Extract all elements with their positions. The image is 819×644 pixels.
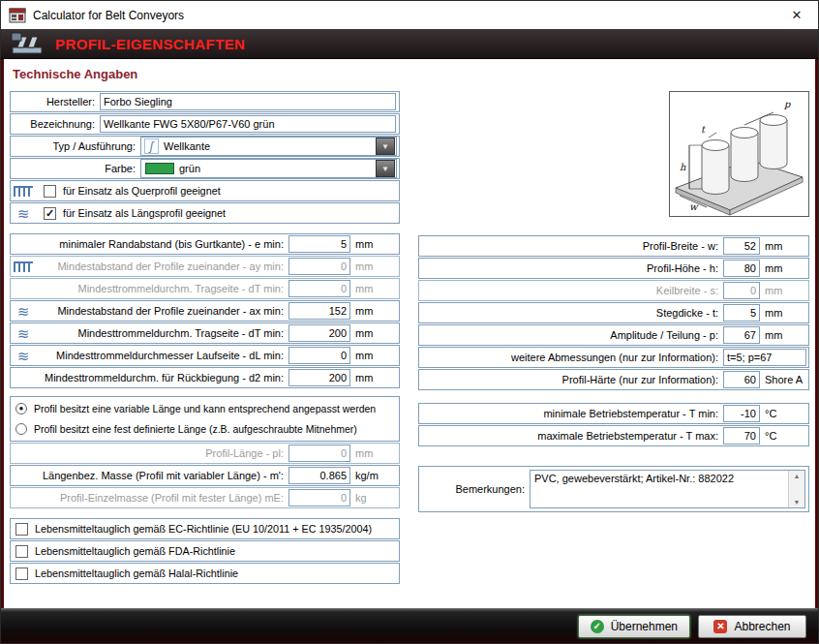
apply-check-icon: ✓ bbox=[591, 620, 604, 633]
dlmin-row: ≋ Mindesttrommeldurchmesser Laufseite - … bbox=[10, 345, 400, 366]
einzelmasse-row: Profil-Einzelmasse (Profil mit fester Lä… bbox=[10, 487, 400, 508]
radio-circle bbox=[15, 423, 27, 435]
profile-header-icon bbox=[11, 32, 46, 55]
typ-combobox[interactable]: ʃ Wellkante ▼ bbox=[140, 137, 397, 156]
color-swatch bbox=[145, 163, 174, 174]
bemerkungen-memo[interactable]: PVC, gewebeverstärkt; Artikel-Nr.: 88202… bbox=[530, 470, 805, 508]
fda-richtlinie-label: Lebensmitteltauglich gemäß FDA-Richtlini… bbox=[35, 545, 235, 557]
bemerkungen-text[interactable]: PVC, gewebeverstärkt; Artikel-Nr.: 88202… bbox=[531, 471, 788, 507]
tmax-input[interactable] bbox=[723, 427, 760, 445]
fixed-length-label: Profil besitzt eine fest definierte Läng… bbox=[34, 423, 357, 435]
tmin-unit: °C bbox=[760, 408, 806, 419]
keilbreite-unit: mm bbox=[760, 285, 806, 296]
window-title: Calculator for Belt Conveyors bbox=[33, 9, 775, 22]
aymin-unit: mm bbox=[350, 261, 397, 272]
fda-richtlinie-checkbox[interactable] bbox=[15, 545, 28, 558]
longitudinal-profile-icon: ≋ bbox=[14, 207, 33, 220]
abbrechen-label: Abbrechen bbox=[734, 620, 790, 633]
hersteller-row: Hersteller: bbox=[10, 91, 400, 112]
profil-hoehe-row: Profil-Höhe - h: mm bbox=[418, 258, 809, 279]
d2min-unit: mm bbox=[350, 372, 397, 383]
radio-circle: ● bbox=[15, 403, 27, 414]
dialog-window: Calculator for Belt Conveyors ✕ PROFIL-E… bbox=[0, 0, 819, 644]
laengsprofil-checkbox[interactable]: ✓ bbox=[44, 207, 56, 220]
emin-input[interactable] bbox=[288, 235, 350, 253]
dlmin-input[interactable] bbox=[288, 347, 350, 364]
scroll-down-icon[interactable]: ▼ bbox=[794, 499, 801, 506]
querprofil-row: für Einsatz als Querprofil geeignet bbox=[10, 180, 400, 201]
axmin-row: ≋ Mindestabstand der Profile zueinander … bbox=[10, 300, 400, 322]
halal-richtlinie-checkbox[interactable] bbox=[15, 567, 28, 580]
farbe-combobox[interactable]: grün ▼ bbox=[140, 159, 397, 178]
typ-dropdown-button[interactable]: ▼ bbox=[376, 138, 395, 155]
ec-richtlinie-row: Lebensmitteltauglich gemäß EC-Richtlinie… bbox=[10, 518, 400, 539]
close-icon: ✕ bbox=[792, 8, 803, 22]
dtmin-row: ≋ Mindesttrommeldurchm. Tragseite - dT m… bbox=[10, 322, 400, 344]
querprofil-checkbox[interactable] bbox=[44, 185, 56, 198]
emin-row: minimaler Randabstand (bis Gurtkante) - … bbox=[10, 233, 400, 255]
scroll-up-icon[interactable]: ▲ bbox=[794, 473, 801, 479]
farbe-dropdown-button[interactable]: ▼ bbox=[376, 160, 395, 177]
abbrechen-button[interactable]: ✕ Abbrechen bbox=[698, 615, 806, 638]
dtmin-quer-input bbox=[288, 280, 350, 297]
left-column: Hersteller: Bezeichnung: Typ / Ausführun… bbox=[10, 91, 400, 585]
amplitude-row: Amplitude / Teilung - p: mm bbox=[418, 324, 809, 346]
dlmin-label: Mindesttrommeldurchmesser Laufseite - dL… bbox=[36, 350, 288, 361]
dtmin-quer-unit: mm bbox=[350, 283, 397, 294]
dialog-title: PROFIL-EIGENSCHAFTEN bbox=[55, 36, 245, 52]
einzelmasse-input bbox=[288, 489, 350, 506]
right-column: h p t w Profil-Breite - w: mm Profil-Höh… bbox=[418, 91, 809, 585]
uebernehmen-label: Übernehmen bbox=[611, 620, 678, 633]
ec-richtlinie-label: Lebensmitteltauglich gemäß EC-Richtlinie… bbox=[35, 523, 372, 535]
longitudinal-profile-icon: ≋ bbox=[14, 305, 33, 318]
axmin-label: Mindestabstand der Profile zueinander - … bbox=[36, 305, 288, 317]
hersteller-input[interactable] bbox=[100, 93, 396, 110]
cross-profile-icon bbox=[14, 261, 33, 272]
dialog-header: PROFIL-EIGENSCHAFTEN bbox=[1, 29, 818, 59]
weitere-abmessungen-row: weitere Abmessungen (nur zur Information… bbox=[418, 347, 809, 368]
querprofil-label: für Einsatz als Querprofil geeignet bbox=[63, 185, 221, 197]
fixed-length-radio[interactable]: Profil besitzt eine fest definierte Läng… bbox=[15, 419, 394, 440]
ec-richtlinie-checkbox[interactable] bbox=[15, 523, 28, 536]
memo-scrollbar[interactable]: ▲ ▼ bbox=[788, 471, 804, 507]
axmin-unit: mm bbox=[350, 305, 397, 317]
emin-unit: mm bbox=[350, 238, 397, 250]
profil-laenge-row: Profil-Länge - pl: mm bbox=[10, 443, 400, 464]
profil-breite-input[interactable] bbox=[723, 237, 760, 255]
tmax-row: maximale Betriebstemperatur - T max: °C bbox=[418, 425, 809, 446]
d2min-input[interactable] bbox=[288, 369, 350, 386]
dtmin-input[interactable] bbox=[288, 324, 350, 342]
uebernehmen-button[interactable]: ✓ Übernehmen bbox=[578, 615, 690, 638]
profil-haerte-label: Profil-Härte (nur zur Information): bbox=[421, 374, 723, 385]
variable-length-radio[interactable]: ● Profil besitzt eine variable Länge und… bbox=[15, 399, 394, 419]
amplitude-label: Amplitude / Teilung - p: bbox=[421, 329, 723, 341]
bezeichnung-input[interactable] bbox=[100, 115, 396, 133]
dtmin-label: Mindesttrommeldurchm. Tragseite - dT min… bbox=[36, 327, 288, 339]
amplitude-unit: mm bbox=[760, 329, 806, 341]
profil-hoehe-input[interactable] bbox=[723, 260, 760, 277]
close-button[interactable]: ✕ bbox=[775, 1, 818, 29]
stegdicke-row: Stegdicke - t: mm bbox=[418, 302, 809, 323]
profil-haerte-input[interactable] bbox=[723, 371, 760, 388]
profil-laenge-label: Profil-Länge - pl: bbox=[13, 447, 288, 459]
farbe-row: Farbe: grün ▼ bbox=[10, 158, 400, 179]
laengenbez-masse-input[interactable] bbox=[288, 467, 350, 484]
stegdicke-input[interactable] bbox=[723, 304, 760, 322]
weitere-abmessungen-label: weitere Abmessungen (nur zur Information… bbox=[421, 352, 723, 363]
d2min-label: Mindesttrommeldurchm. für Rückbiegung - … bbox=[13, 372, 288, 383]
dtmin-unit: mm bbox=[350, 327, 397, 339]
dim-label-t: t bbox=[701, 124, 706, 135]
app-icon bbox=[9, 8, 26, 23]
dim-label-p: p bbox=[783, 99, 791, 110]
einzelmasse-label: Profil-Einzelmasse (Profil mit fester Lä… bbox=[13, 492, 288, 504]
emin-label: minimaler Randabstand (bis Gurtkante) - … bbox=[13, 238, 288, 250]
profil-laenge-unit: mm bbox=[350, 447, 397, 459]
laengenbez-masse-label: Längenbez. Masse (Profil mit variabler L… bbox=[13, 470, 288, 481]
cancel-x-icon: ✕ bbox=[713, 620, 727, 633]
axmin-input[interactable] bbox=[288, 302, 350, 320]
weitere-abmessungen-input[interactable] bbox=[723, 349, 806, 366]
tmin-input[interactable] bbox=[723, 405, 760, 422]
laengsprofil-row: ≋ ✓ für Einsatz als Längsprofil geeignet bbox=[10, 202, 400, 224]
amplitude-input[interactable] bbox=[723, 326, 760, 344]
chevron-down-icon: ▼ bbox=[381, 142, 389, 151]
